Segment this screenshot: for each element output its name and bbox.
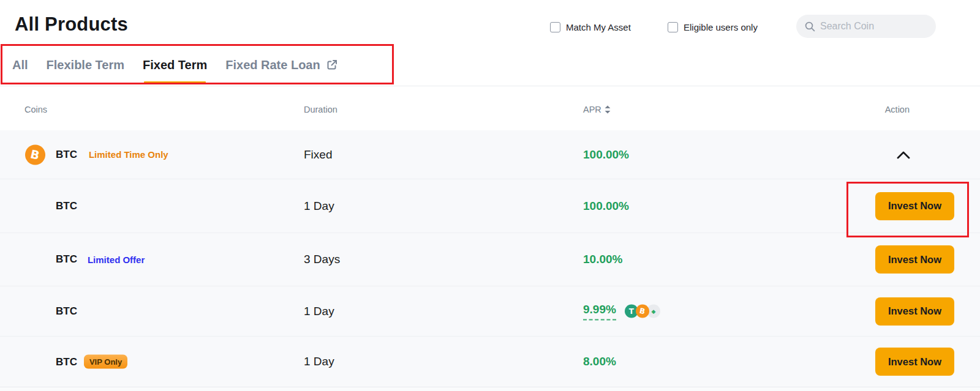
apr-value-with-tooltip[interactable]: 9.99% xyxy=(583,302,616,320)
sort-icon[interactable] xyxy=(605,105,611,114)
invest-now-button[interactable]: Invest Now xyxy=(875,348,954,376)
table-row-btc-3days[interactable]: BTC Limited Offer 3 Days 10.00% Invest N… xyxy=(0,233,980,286)
tab-fixed-rate-loan-label: Fixed Rate Loan xyxy=(225,58,320,72)
tab-all[interactable]: All xyxy=(12,44,28,86)
duration-value: 1 Day xyxy=(304,199,334,213)
match-my-asset-checkbox[interactable] xyxy=(550,22,560,32)
duration-value: Fixed xyxy=(304,148,332,162)
limited-time-only-tag: Limited Time Only xyxy=(89,149,168,160)
search-coin-box[interactable] xyxy=(796,15,936,38)
coin-name: BTC xyxy=(56,305,77,318)
apr-value: 8.00% xyxy=(583,355,616,368)
table-row-btc-fixed-parent[interactable]: B BTC Limited Time Only Fixed 100.00% xyxy=(0,130,980,179)
eligible-users-label: Eligible users only xyxy=(684,22,758,32)
limited-offer-tag: Limited Offer xyxy=(88,255,145,265)
active-tab-underline xyxy=(144,81,206,84)
vip-only-badge: VIP Only xyxy=(84,355,127,369)
match-my-asset-label: Match My Asset xyxy=(566,22,631,32)
match-my-asset-filter[interactable]: Match My Asset xyxy=(550,22,631,32)
tabs-divider xyxy=(0,86,980,86)
table-row-btc-1day[interactable]: BTC 1 Day 100.00% Invest Now xyxy=(0,179,980,233)
column-header-duration: Duration xyxy=(304,105,337,114)
apr-header-label: APR xyxy=(583,105,601,114)
bitcoin-icon: B xyxy=(25,144,45,165)
tab-flexible-term-label: Flexible Term xyxy=(47,58,124,72)
products-table: B BTC Limited Time Only Fixed 100.00% BT… xyxy=(0,130,980,391)
column-header-apr[interactable]: APR xyxy=(583,105,611,114)
bitcoin-icon: B xyxy=(636,305,649,318)
search-coin-input[interactable] xyxy=(820,21,927,32)
apr-value: 100.00% xyxy=(583,199,629,213)
bitcoin-glyph: B xyxy=(29,147,41,162)
apr-value: 100.00% xyxy=(583,148,629,162)
all-products-page: All Products Match My Asset Eligible use… xyxy=(0,0,980,391)
invest-now-button[interactable]: Invest Now xyxy=(875,297,954,326)
page-title: All Products xyxy=(15,13,128,35)
next-row-edge xyxy=(0,387,980,391)
bonus-coin-stack: T B ◆ xyxy=(625,305,660,318)
search-icon xyxy=(805,21,815,32)
external-link-icon xyxy=(326,59,338,71)
table-row-btc-1day-bonus[interactable]: BTC 1 Day 9.99% T B ◆ Invest Now xyxy=(0,286,980,337)
duration-value: 1 Day xyxy=(304,355,334,368)
coin-name: BTC xyxy=(56,253,77,266)
coin-name: BTC xyxy=(56,356,77,368)
tab-fixed-rate-loan[interactable]: Fixed Rate Loan xyxy=(225,44,337,86)
coin-name: BTC xyxy=(56,200,77,212)
coin-name: BTC xyxy=(56,149,77,161)
eligible-users-checkbox[interactable] xyxy=(668,22,678,32)
chevron-up-icon[interactable] xyxy=(896,150,911,160)
apr-value: 10.00% xyxy=(583,253,622,266)
duration-value: 1 Day xyxy=(304,305,334,318)
tab-fixed-term[interactable]: Fixed Term xyxy=(143,44,207,86)
table-row-btc-vip[interactable]: BTC VIP Only 1 Day 8.00% Invest Now xyxy=(0,337,980,387)
column-header-action: Action xyxy=(885,105,910,114)
invest-now-button[interactable]: Invest Now xyxy=(875,192,954,220)
tab-flexible-term[interactable]: Flexible Term xyxy=(47,44,124,86)
product-tabs: All Flexible Term Fixed Term Fixed Rate … xyxy=(12,44,338,86)
column-header-coins: Coins xyxy=(24,105,47,114)
invest-now-button[interactable]: Invest Now xyxy=(875,245,954,274)
eligible-users-filter[interactable]: Eligible users only xyxy=(668,22,758,32)
duration-value: 3 Days xyxy=(304,253,340,266)
tab-fixed-term-label: Fixed Term xyxy=(143,58,207,72)
tab-all-label: All xyxy=(12,58,28,72)
